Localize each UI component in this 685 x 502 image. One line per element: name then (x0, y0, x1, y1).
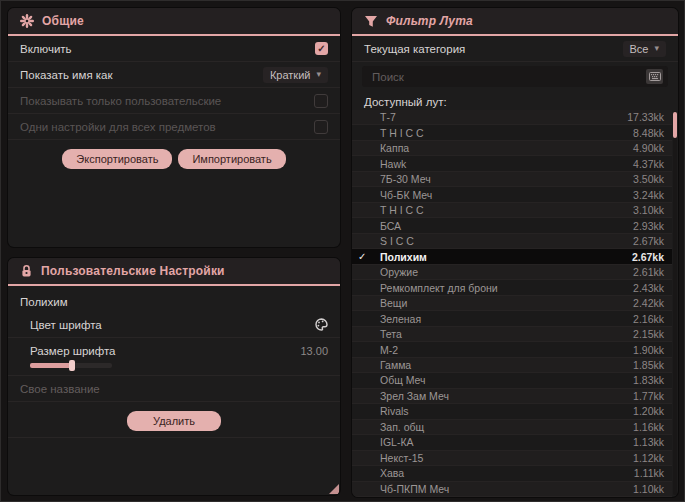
loot-name: Rivals (374, 405, 633, 417)
category-label: Текущая категория (364, 43, 465, 55)
loot-value: 3.10kk (633, 204, 664, 216)
show-name-dropdown[interactable]: Краткий ▾ (263, 67, 328, 83)
loot-name: Хава (374, 467, 634, 479)
custom-name-input[interactable] (20, 383, 328, 395)
loot-row[interactable]: Зеленая 2.16kk (352, 311, 672, 326)
loot-value: 1.10kk (633, 483, 664, 495)
loot-name: Зеленая (374, 313, 633, 325)
loot-row[interactable]: 7Б-30 Меч 3.50kk (352, 172, 672, 187)
loot-row[interactable]: ✓ Полихим 2.67kk (352, 249, 672, 264)
loot-row[interactable]: Вещи 2.42kk (352, 296, 672, 311)
loot-row[interactable]: IGL-КА 1.13kk (352, 435, 672, 450)
import-button[interactable]: Импортировать (178, 149, 285, 169)
funnel-icon (364, 15, 378, 28)
scrollbar-thumb[interactable] (673, 112, 677, 138)
category-value: Все (630, 43, 649, 55)
category-dropdown[interactable]: Все ▾ (623, 41, 667, 57)
export-button[interactable]: Экспортировать (62, 149, 172, 169)
loot-row[interactable]: Оружие 2.61kk (352, 265, 672, 280)
loot-row[interactable]: БСА 2.93kk (352, 218, 672, 233)
chevron-down-icon: ▾ (654, 44, 659, 53)
loot-row[interactable]: Хава 1.11kk (352, 466, 672, 481)
keyboard-icon[interactable] (646, 69, 663, 84)
loot-value: 2.67kk (633, 235, 664, 247)
resize-grip[interactable] (329, 484, 339, 494)
loot-name: T H I C C (374, 127, 633, 139)
font-size-label: Размер шрифта (30, 345, 116, 357)
font-color-row: Цвет шрифта (8, 312, 340, 338)
font-size-value: 13.00 (300, 345, 328, 357)
loot-row[interactable]: М-2 1.90kk (352, 342, 672, 357)
search-input[interactable] (372, 71, 640, 83)
loot-value: 2.42kk (633, 297, 664, 309)
loot-value: 2.15kk (633, 328, 664, 340)
loot-value: 3.50kk (633, 173, 664, 185)
loot-name: БСА (374, 220, 633, 232)
loot-row[interactable]: Зап. общ 1.16kk (352, 420, 672, 435)
loot-value: 4.90kk (633, 142, 664, 154)
loot-value: 2.67kk (632, 251, 664, 263)
user-settings-titlebar[interactable]: Пользовательские Настройки (8, 258, 340, 286)
same-for-all-row: Одни настройки для всех предметов (8, 114, 340, 140)
user-settings-window: Пользовательские Настройки Полихим Цвет … (8, 258, 340, 495)
loot-row[interactable]: Чб-БК Меч 3.24kk (352, 187, 672, 202)
show-name-row: Показать имя как Краткий ▾ (8, 62, 340, 88)
divider (8, 437, 340, 445)
search-box[interactable] (362, 66, 668, 87)
loot-name: Тета (374, 328, 633, 340)
loot-row[interactable]: Каппа 4.90kk (352, 141, 672, 156)
loot-row[interactable]: Hawk 4.37kk (352, 156, 672, 171)
loot-name: Гамма (374, 359, 633, 371)
scrollbar[interactable] (673, 111, 677, 495)
loot-name: Чб-ПКПМ Меч (374, 483, 633, 495)
font-size-row: Размер шрифта 13.00 (8, 338, 340, 376)
loot-row[interactable]: Гамма 1.85kk (352, 358, 672, 373)
loot-row[interactable]: Чб-ПКПМ Меч 1.10kk (352, 482, 672, 497)
loot-row[interactable]: Зрел Зам Меч 1.77kk (352, 389, 672, 404)
loot-row[interactable]: Ремкомплект для брони 2.43kk (352, 280, 672, 295)
loot-row[interactable]: T H I C C 8.48kk (352, 125, 672, 140)
loot-row[interactable]: T H I C C 3.10kk (352, 203, 672, 218)
loot-name: IGL-КА (374, 436, 633, 448)
general-window-titlebar[interactable]: Общие (8, 8, 340, 36)
only-custom-checkbox[interactable] (314, 94, 328, 108)
loot-value: 17.33kk (627, 111, 664, 123)
same-for-all-checkbox[interactable] (314, 120, 328, 134)
loot-name: Ремкомплект для брони (374, 282, 633, 294)
loot-name: Полихим (374, 251, 632, 263)
loot-row[interactable]: Общ Меч 1.83kk (352, 373, 672, 388)
loot-value: 1.20kk (633, 405, 664, 417)
loot-name: S I C C (374, 235, 633, 247)
selected-item-label: Полихим (8, 286, 340, 312)
loot-name: Зрел Зам Меч (374, 390, 633, 402)
chevron-down-icon: ▾ (316, 70, 321, 79)
enable-checkbox[interactable]: ✓ (315, 42, 328, 55)
loot-value: 1.85kk (633, 359, 664, 371)
general-window-title: Общие (42, 14, 84, 28)
loot-name: Hawk (374, 158, 633, 170)
same-for-all-label: Одни настройки для всех предметов (20, 121, 216, 133)
loot-row[interactable]: Некст-15 1.12kk (352, 451, 672, 466)
loot-filter-window: Фильтр Лута Текущая категория Все ▾ Дост… (352, 8, 678, 497)
font-size-slider[interactable] (30, 363, 112, 368)
loot-name: Т-7 (374, 111, 627, 123)
loot-value: 1.77kk (633, 390, 664, 402)
user-settings-title: Пользовательские Настройки (41, 264, 225, 278)
loot-row[interactable]: S I C C 2.67kk (352, 234, 672, 249)
loot-row[interactable]: Тета 2.15kk (352, 327, 672, 342)
palette-icon[interactable] (315, 318, 328, 331)
delete-button[interactable]: Удалить (127, 411, 221, 431)
lock-icon (20, 264, 33, 278)
loot-name: Некст-15 (374, 452, 633, 464)
only-custom-row: Показывать только пользовательские (8, 88, 340, 114)
loot-row[interactable]: Т-7 17.33kk (352, 110, 672, 125)
loot-value: 2.61kk (633, 266, 664, 278)
loot-name: Каппа (374, 142, 633, 154)
loot-name: Оружие (374, 266, 633, 278)
loot-name: T H I C C (374, 204, 633, 216)
loot-name: Вещи (374, 297, 633, 309)
loot-value: 1.83kk (633, 374, 664, 386)
slider-handle[interactable] (69, 360, 75, 371)
loot-row[interactable]: Rivals 1.20kk (352, 404, 672, 419)
loot-filter-titlebar[interactable]: Фильтр Лута (352, 8, 678, 36)
